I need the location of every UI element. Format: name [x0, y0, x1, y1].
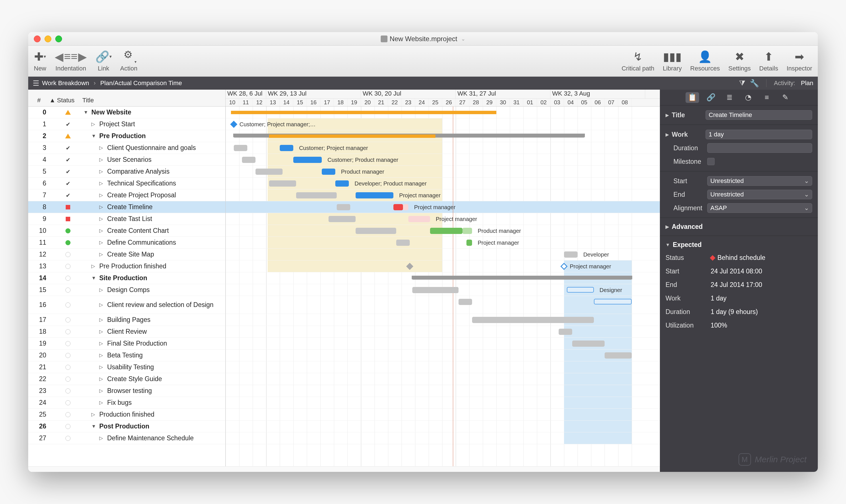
- gantt-bar[interactable]: [296, 192, 337, 198]
- expand-icon[interactable]: ▷: [99, 341, 104, 346]
- expand-icon[interactable]: ▷: [99, 251, 104, 257]
- settings-button[interactable]: ✖ Settings: [728, 50, 751, 72]
- end-select[interactable]: Unrestricted: [707, 190, 812, 199]
- expand-icon[interactable]: ▷: [99, 192, 104, 198]
- expand-icon[interactable]: ▼: [91, 424, 96, 429]
- gantt-bar[interactable]: [459, 299, 472, 305]
- gantt-bar[interactable]: [335, 180, 349, 186]
- gantt-bar[interactable]: [255, 168, 283, 175]
- disclosure-icon[interactable]: ▶: [666, 112, 669, 118]
- gantt-row[interactable]: [226, 361, 660, 373]
- gantt-bar[interactable]: [280, 145, 293, 151]
- gantt-bar[interactable]: [269, 180, 296, 186]
- expand-icon[interactable]: ▷: [99, 352, 104, 358]
- gantt-row[interactable]: [226, 385, 660, 397]
- table-row[interactable]: 27▷Define Maintenance Schedule: [28, 432, 225, 444]
- wrench-icon[interactable]: 🔧: [750, 79, 759, 88]
- horizontal-scrollbar[interactable]: [28, 466, 660, 472]
- expand-icon[interactable]: ▷: [99, 157, 104, 163]
- gantt-bar[interactable]: [412, 287, 458, 293]
- gantt-bar[interactable]: [412, 276, 632, 280]
- maximize-icon[interactable]: [55, 36, 62, 42]
- alignment-select[interactable]: ASAP: [707, 203, 812, 213]
- expand-icon[interactable]: ▷: [99, 287, 104, 293]
- gantt-bar[interactable]: [594, 299, 632, 304]
- library-button[interactable]: ▮▮▮ Library: [663, 50, 682, 72]
- expand-icon[interactable]: ▼: [91, 133, 96, 139]
- new-button[interactable]: ✚▾ New: [34, 50, 46, 72]
- expand-icon[interactable]: ▷: [99, 168, 104, 175]
- table-row[interactable]: 4✔▷User Scenarios: [28, 154, 225, 166]
- table-row[interactable]: 24▷Fix bugs: [28, 397, 225, 409]
- action-button[interactable]: Action: [120, 50, 137, 72]
- gantt-bar[interactable]: [472, 317, 594, 323]
- filter-icon[interactable]: ⧩: [739, 79, 745, 88]
- link-button[interactable]: 🔗▾ Link: [95, 50, 112, 72]
- gantt-row[interactable]: [226, 166, 660, 178]
- work-input[interactable]: 1 day: [706, 130, 812, 139]
- table-row[interactable]: 11▷Define Communications: [28, 237, 225, 249]
- col-title[interactable]: Title: [81, 90, 225, 106]
- expand-icon[interactable]: ▷: [99, 204, 104, 210]
- gantt-bar[interactable]: [572, 341, 605, 347]
- milestone-checkbox[interactable]: [707, 158, 715, 165]
- table-row[interactable]: 19▷Final Site Production: [28, 338, 225, 349]
- expand-icon[interactable]: ▷: [99, 180, 104, 186]
- breadcrumb-view[interactable]: Plan/Actual Comparison Time: [100, 79, 182, 87]
- expected-header[interactable]: ▼Expected: [666, 239, 812, 251]
- gantt-bar[interactable]: [403, 204, 408, 210]
- expand-icon[interactable]: ▷: [99, 364, 104, 370]
- expand-icon[interactable]: ▷: [91, 412, 96, 417]
- gantt-bar[interactable]: [396, 239, 410, 246]
- table-row[interactable]: 18▷Client Review: [28, 326, 225, 338]
- criticalpath-button[interactable]: ↯ Critical path: [621, 50, 654, 72]
- gantt-row[interactable]: [226, 409, 660, 420]
- expand-icon[interactable]: ▷: [99, 329, 104, 335]
- gantt-bar[interactable]: [564, 251, 578, 258]
- tab-link[interactable]: 🔗: [704, 92, 718, 103]
- gantt-row[interactable]: [226, 420, 660, 432]
- gantt-bar[interactable]: [293, 157, 322, 163]
- table-row[interactable]: 10▷Create Content Chart: [28, 225, 225, 237]
- expand-icon[interactable]: ▷: [99, 400, 104, 406]
- expand-icon[interactable]: ▷: [99, 435, 104, 441]
- expand-icon[interactable]: ▷: [99, 216, 104, 222]
- gantt-bar[interactable]: [605, 352, 632, 359]
- expand-icon[interactable]: ▷: [99, 145, 104, 151]
- gantt-bar[interactable]: [466, 239, 472, 246]
- table-row[interactable]: 0▼New Website: [28, 107, 225, 119]
- expand-icon[interactable]: ▼: [91, 275, 96, 281]
- document-title[interactable]: New Website.mproject ⌄: [33, 35, 813, 43]
- inspector-button[interactable]: ➡ Inspector: [787, 50, 812, 72]
- expand-icon[interactable]: ▷: [99, 302, 104, 308]
- table-row[interactable]: 26▼Post Production: [28, 420, 225, 432]
- expand-icon[interactable]: ▷: [99, 239, 104, 246]
- details-button[interactable]: ⬆ Details: [759, 50, 778, 72]
- gantt-row[interactable]: [226, 432, 660, 444]
- tab-notes[interactable]: ≡: [760, 92, 774, 103]
- gantt-bar[interactable]: [242, 157, 255, 163]
- table-row[interactable]: 2▼Pre Production: [28, 130, 225, 142]
- col-number[interactable]: #: [28, 90, 50, 106]
- gantt-bar[interactable]: [430, 228, 462, 234]
- gantt-row[interactable]: [226, 349, 660, 361]
- gantt-row[interactable]: [226, 190, 660, 201]
- gantt-bar[interactable]: [567, 287, 594, 293]
- expand-icon[interactable]: ▷: [99, 317, 104, 323]
- gantt-bar[interactable]: [234, 145, 247, 151]
- disclosure-icon[interactable]: ▶: [666, 132, 669, 137]
- tab-attachments[interactable]: ✎: [779, 92, 792, 103]
- table-row[interactable]: 9▷Create Tast List: [28, 213, 225, 225]
- gantt-row[interactable]: [226, 373, 660, 385]
- table-row[interactable]: 7✔▷Create Project Proposal: [28, 190, 225, 201]
- resources-button[interactable]: 👤 Resources: [690, 50, 720, 72]
- gantt-chart[interactable]: WK 28, 6 JulWK 29, 13 JulWK 30, 20 JulWK…: [226, 90, 660, 466]
- activity-value[interactable]: Plan: [801, 79, 813, 87]
- table-row[interactable]: 12▷Create Site Map: [28, 249, 225, 260]
- advanced-header[interactable]: ▶Advanced: [666, 221, 812, 233]
- gantt-bar[interactable]: [337, 204, 350, 210]
- col-sort[interactable]: ▲: [50, 90, 55, 106]
- table-row[interactable]: 21▷Usability Testing: [28, 361, 225, 373]
- table-row[interactable]: 23▷Browser testing: [28, 385, 225, 397]
- expand-icon[interactable]: ▷: [99, 376, 104, 382]
